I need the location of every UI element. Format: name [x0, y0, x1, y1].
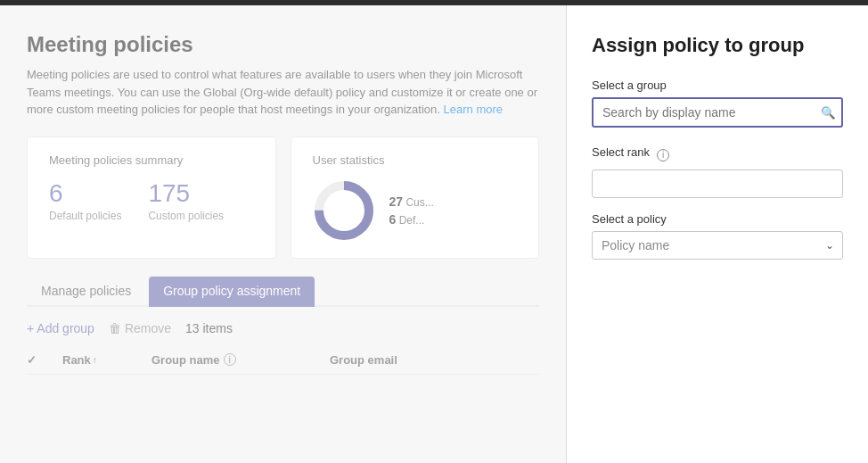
custom-policies-label: Custom policies — [148, 210, 224, 222]
toolbar: + Add group 🗑 Remove 13 items — [27, 321, 539, 335]
select-policy-label: Select a policy — [592, 212, 843, 226]
search-icon-button[interactable]: 🔍 — [821, 106, 836, 120]
default-policies-value: 6 — [49, 179, 121, 208]
table-header: ✓ Rank ↑ Group name i Group email — [27, 346, 539, 375]
right-panel: Assign policy to group Select a group 🔍 … — [566, 5, 868, 463]
stats-legend: 27 Cus... 6 Def... — [389, 194, 434, 227]
tab-manage-policies[interactable]: Manage policies — [27, 277, 145, 307]
donut-chart — [313, 179, 375, 242]
left-panel: Meeting policies Meeting policies are us… — [0, 5, 566, 463]
user-stats-card: User statistics 27 — [291, 136, 540, 259]
custom-policies-stat: 175 Custom policies — [148, 179, 224, 222]
learn-more-link[interactable]: Learn more — [444, 103, 503, 116]
default-stat: 6 Def... — [389, 212, 434, 227]
search-group-input[interactable] — [592, 97, 843, 128]
rank-sort-icon: ↑ — [93, 355, 97, 365]
rank-label-row: Select rank i — [592, 145, 843, 164]
meeting-policies-summary-card: Meeting policies summary 6 Default polic… — [27, 136, 276, 259]
policy-select-wrapper: Policy name ⌄ — [592, 231, 843, 260]
select-rank-field: Select rank i 1 — [592, 145, 843, 198]
policy-select[interactable]: Policy name — [592, 231, 843, 260]
select-policy-field: Select a policy Policy name ⌄ — [592, 212, 843, 260]
search-icon: 🔍 — [821, 106, 836, 120]
group-name-info-icon[interactable]: i — [224, 353, 236, 366]
select-group-label: Select a group — [592, 79, 843, 92]
custom-stat: 27 Cus... — [389, 194, 434, 209]
summary-card-title: Meeting policies summary — [49, 153, 254, 167]
summary-stats: 6 Default policies 175 Custom policies — [49, 179, 254, 222]
select-rank-label: Select rank — [592, 145, 650, 159]
page-title: Meeting policies — [27, 32, 539, 57]
page-description: Meeting policies are used to control wha… — [27, 66, 539, 119]
rank-input[interactable]: 1 — [592, 169, 843, 198]
default-policies-stat: 6 Default policies — [49, 179, 121, 222]
col-rank[interactable]: Rank ↑ — [62, 353, 151, 367]
search-input-wrapper: 🔍 — [592, 97, 843, 128]
rank-info-icon[interactable]: i — [657, 149, 669, 161]
add-group-button[interactable]: + Add group — [27, 321, 94, 335]
check-icon: ✓ — [27, 353, 37, 367]
user-stats-title: User statistics — [313, 153, 518, 167]
panel-title: Assign policy to group — [592, 34, 843, 57]
tab-group-policy-assignment[interactable]: Group policy assignment — [149, 277, 315, 307]
col-check: ✓ — [27, 353, 62, 367]
tabs-row: Manage policies Group policy assignment — [27, 277, 539, 307]
col-group-name: Group name i — [151, 353, 330, 367]
select-group-field: Select a group 🔍 — [592, 79, 843, 128]
trash-icon: 🗑 — [109, 321, 121, 335]
col-group-email: Group email — [330, 353, 539, 367]
items-count: 13 items — [185, 321, 233, 335]
custom-policies-value: 175 — [148, 179, 224, 208]
default-policies-label: Default policies — [49, 210, 121, 222]
remove-button[interactable]: 🗑 Remove — [109, 321, 171, 335]
summary-row: Meeting policies summary 6 Default polic… — [27, 136, 539, 259]
